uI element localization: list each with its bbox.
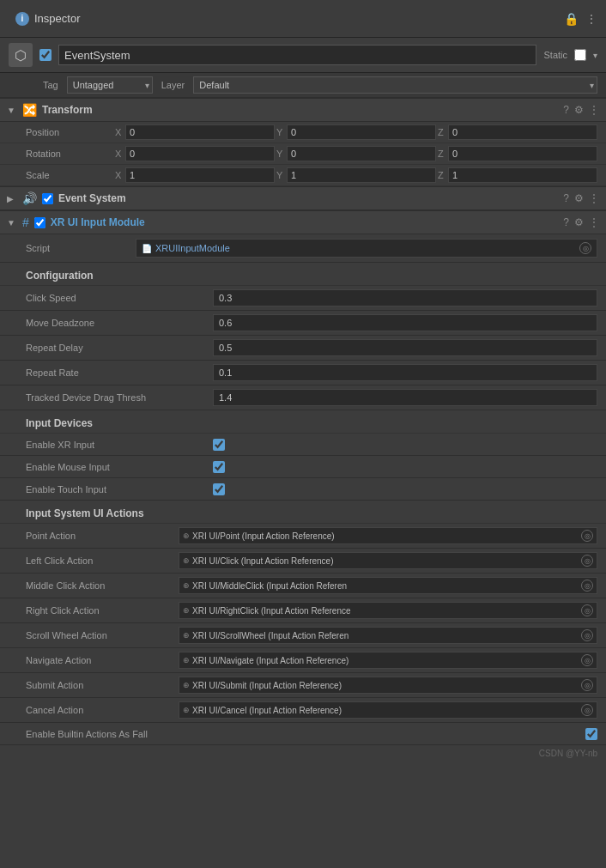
xr-ui-settings-icon[interactable]: ⚙ xyxy=(574,216,584,228)
point-action-value[interactable]: ⊕ XRI UI/Point (Input Action Reference) … xyxy=(179,527,597,544)
move-deadzone-label: Move Deadzone xyxy=(26,318,206,328)
xr-ui-icon: # xyxy=(22,215,29,229)
info-icon: i xyxy=(15,12,29,26)
transform-actions: ? ⚙ ⋮ xyxy=(563,104,599,116)
input-devices-label: Input Devices xyxy=(0,410,606,434)
rotation-z-input[interactable] xyxy=(448,146,597,161)
point-action-label: Point Action xyxy=(26,531,172,541)
rotation-xyz: X Y Z xyxy=(115,146,597,161)
tracked-drag-input[interactable] xyxy=(213,389,597,406)
position-y-input[interactable] xyxy=(287,124,436,140)
enable-touch-checkbox[interactable] xyxy=(213,483,225,495)
tag-select[interactable]: Untagged Respawn Finish xyxy=(67,76,153,94)
rotation-z-field: Z xyxy=(438,146,597,161)
layer-select[interactable]: Default UI xyxy=(193,76,597,94)
event-system-menu-icon[interactable]: ⋮ xyxy=(589,192,599,204)
xr-ui-help-icon[interactable]: ? xyxy=(563,216,569,228)
rotation-y-input[interactable] xyxy=(287,146,436,161)
scroll-wheel-action-value[interactable]: ⊕ XRI UI/ScrollWheel (Input Action Refer… xyxy=(179,627,597,644)
position-z-input[interactable] xyxy=(448,124,597,140)
submit-action-value[interactable]: ⊕ XRI UI/Submit (Input Action Reference)… xyxy=(179,677,597,694)
xr-ui-section-header[interactable]: ▼ # XR UI Input Module ? ⚙ ⋮ xyxy=(0,210,606,234)
left-click-action-text: XRI UI/Click (Input Action Reference) xyxy=(192,556,579,566)
middle-click-action-value[interactable]: ⊕ XRI UI/MiddleClick (Input Action Refer… xyxy=(179,577,597,594)
middle-click-action-icon: ⊕ xyxy=(183,581,190,590)
event-system-settings-icon[interactable]: ⚙ xyxy=(574,192,584,204)
enable-mouse-row: Enable Mouse Input xyxy=(0,456,606,478)
inspector-tab: i Inspector 🔒 ⋮ xyxy=(0,0,606,38)
static-dropdown-icon[interactable]: ▾ xyxy=(593,51,597,60)
right-click-action-row: Right Click Action ⊕ XRI UI/RightClick (… xyxy=(0,598,606,623)
xr-ui-menu-icon[interactable]: ⋮ xyxy=(589,216,599,228)
xr-ui-chevron: ▼ xyxy=(7,218,17,228)
transform-help-icon[interactable]: ? xyxy=(563,104,569,116)
position-row: Position X Y Z xyxy=(0,122,606,143)
event-system-chevron: ▶ xyxy=(7,194,17,203)
rotation-x-input[interactable] xyxy=(125,146,275,161)
point-action-text: XRI UI/Point (Input Action Reference) xyxy=(192,531,579,541)
scroll-wheel-target-icon[interactable]: ◎ xyxy=(581,629,593,641)
left-click-target-icon[interactable]: ◎ xyxy=(581,555,593,567)
position-xyz: X Y Z xyxy=(115,124,597,140)
static-checkbox[interactable] xyxy=(574,49,586,61)
event-system-checkbox[interactable] xyxy=(42,193,53,204)
script-target-icon[interactable]: ◎ xyxy=(579,242,591,254)
navigate-action-icon: ⊕ xyxy=(183,656,190,665)
transform-section-header[interactable]: ▼ 🔀 Transform ? ⚙ ⋮ xyxy=(0,98,606,122)
click-speed-input[interactable] xyxy=(213,289,597,307)
position-y-letter: Y xyxy=(276,127,285,137)
event-system-actions: ? ⚙ ⋮ xyxy=(563,192,599,204)
rotation-x-field: X xyxy=(115,146,275,161)
builtin-checkbox[interactable] xyxy=(585,728,597,740)
event-system-section-header[interactable]: ▶ 🔊 Event System ? ⚙ ⋮ xyxy=(0,186,606,210)
enable-mouse-checkbox[interactable] xyxy=(213,461,225,473)
cancel-target-icon[interactable]: ◎ xyxy=(581,704,593,716)
right-click-target-icon[interactable]: ◎ xyxy=(581,604,593,616)
scale-x-letter: X xyxy=(115,170,124,180)
enable-mouse-label: Enable Mouse Input xyxy=(26,462,206,472)
event-system-help-icon[interactable]: ? xyxy=(563,192,569,204)
static-label: Static xyxy=(543,50,567,60)
tag-select-wrapper: Untagged Respawn Finish xyxy=(67,76,153,94)
repeat-delay-input[interactable] xyxy=(213,339,597,356)
menu-icon[interactable]: ⋮ xyxy=(585,12,597,26)
input-actions-label: Input System UI Actions xyxy=(0,501,606,524)
scale-x-field: X xyxy=(115,167,275,183)
scale-label: Scale xyxy=(26,170,112,180)
submit-target-icon[interactable]: ◎ xyxy=(581,679,593,691)
position-x-input[interactable] xyxy=(125,124,275,140)
scale-y-input[interactable] xyxy=(287,167,436,183)
point-action-row: Point Action ⊕ XRI UI/Point (Input Actio… xyxy=(0,524,606,549)
middle-click-action-text: XRI UI/MiddleClick (Input Action Referen xyxy=(192,581,579,591)
cancel-action-value[interactable]: ⊕ XRI UI/Cancel (Input Action Reference)… xyxy=(179,701,597,719)
navigate-action-value[interactable]: ⊕ XRI UI/Navigate (Input Action Referenc… xyxy=(179,652,597,669)
left-click-action-value[interactable]: ⊕ XRI UI/Click (Input Action Reference) … xyxy=(179,552,597,569)
navigate-target-icon[interactable]: ◎ xyxy=(581,654,593,666)
scale-x-input[interactable] xyxy=(125,167,275,183)
xr-ui-actions: ? ⚙ ⋮ xyxy=(563,216,599,228)
middle-click-target-icon[interactable]: ◎ xyxy=(581,580,593,592)
script-name-text: XRUIInputModule xyxy=(155,243,230,253)
right-click-action-icon: ⊕ xyxy=(183,606,190,615)
tab-actions: 🔒 ⋮ xyxy=(564,12,597,26)
scale-z-input[interactable] xyxy=(448,167,597,183)
scale-y-letter: Y xyxy=(276,170,285,180)
transform-settings-icon[interactable]: ⚙ xyxy=(574,104,584,116)
move-deadzone-input[interactable] xyxy=(213,314,597,331)
object-name-input[interactable] xyxy=(58,45,536,65)
transform-menu-icon[interactable]: ⋮ xyxy=(589,104,599,116)
lock-icon[interactable]: 🔒 xyxy=(564,12,579,26)
scale-xyz: X Y Z xyxy=(115,167,597,183)
enable-xr-checkbox[interactable] xyxy=(213,439,225,451)
cancel-action-label: Cancel Action xyxy=(26,705,172,715)
xr-ui-checkbox[interactable] xyxy=(34,217,45,228)
right-click-action-value[interactable]: ⊕ XRI UI/RightClick (Input Action Refere… xyxy=(179,602,597,619)
repeat-rate-input[interactable] xyxy=(213,364,597,381)
script-value-field[interactable]: 📄 XRUIInputModule ◎ xyxy=(136,239,597,258)
object-active-checkbox[interactable] xyxy=(39,49,52,61)
script-label: Script xyxy=(26,243,129,253)
point-action-target-icon[interactable]: ◎ xyxy=(581,530,593,542)
point-action-icon: ⊕ xyxy=(183,531,190,540)
position-x-field: X xyxy=(115,124,275,140)
tracked-drag-label: Tracked Device Drag Thresh xyxy=(26,392,206,403)
